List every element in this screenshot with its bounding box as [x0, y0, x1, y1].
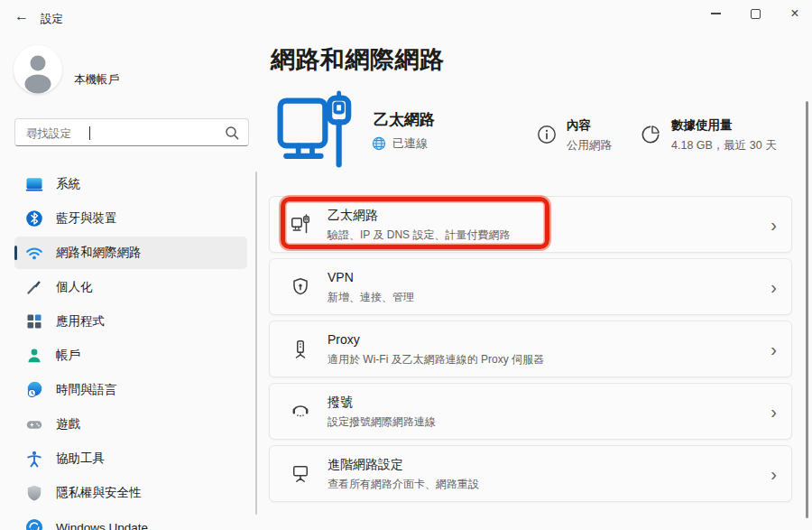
sidebar-item-gaming[interactable]: 遊戲 — [14, 408, 247, 441]
bluetooth-icon — [25, 209, 43, 228]
ethernet-hero-icon — [272, 90, 352, 173]
card-title: 乙太網路 — [328, 208, 378, 224]
maximize-icon — [751, 9, 761, 19]
person-icon — [14, 45, 62, 94]
data-usage-block[interactable]: 數據使用量 4.18 GB，最近 30 天 — [640, 119, 777, 153]
sidebar-item-time-language[interactable]: 時間與語言 — [14, 374, 247, 406]
properties-subtitle: 公用網路 — [567, 138, 612, 153]
advanced-network-icon — [290, 463, 311, 485]
sidebar-item-label: 遊戲 — [56, 416, 80, 432]
chevron-right-icon: › — [770, 463, 777, 484]
card-subtitle: 查看所有網路介面卡、網路重設 — [328, 477, 479, 492]
chevron-right-icon: › — [770, 339, 777, 359]
sidebar-item-label: 帳戶 — [56, 348, 80, 364]
status-text: 已連線 — [392, 135, 428, 152]
card-title: VPN — [328, 270, 354, 284]
card-subtitle: 適用於 Wi-Fi 及乙太網路連線的 Proxy 伺服器 — [328, 352, 544, 367]
close-button[interactable]: × — [775, 0, 812, 27]
sidebar-item-apps[interactable]: 應用程式 — [14, 305, 247, 338]
connection-name: 乙太網路 — [374, 109, 435, 130]
sidebar-item-personalization[interactable]: 個人化 — [14, 271, 247, 303]
brush-icon — [25, 278, 43, 296]
card-ethernet[interactable]: 乙太網路 驗證、IP 及 DNS 設定、計量付費網路 › — [269, 196, 792, 253]
card-title: Proxy — [328, 332, 360, 347]
system-icon — [25, 175, 43, 193]
properties-block[interactable]: 內容 公用網路 — [537, 119, 612, 153]
wifi-icon — [25, 244, 43, 262]
minimize-button[interactable] — [696, 0, 735, 27]
shield-icon — [25, 484, 43, 502]
sidebar-item-label: 時間與語言 — [56, 382, 117, 398]
minimize-icon — [711, 13, 721, 14]
search-input[interactable] — [24, 122, 217, 144]
sidebar-item-system[interactable]: 系統 — [14, 168, 247, 200]
pie-chart-icon — [640, 124, 661, 145]
sidebar-item-network-internet[interactable]: 網路和網際網路 — [14, 237, 247, 269]
dialup-phone-icon — [290, 401, 311, 423]
search-box[interactable] — [14, 118, 249, 146]
apps-grid-icon — [25, 312, 43, 330]
windows-update-icon — [25, 518, 43, 530]
accounts-person-icon — [25, 347, 43, 365]
sidebar-item-label: 藍牙與裝置 — [56, 210, 117, 227]
properties-title: 內容 — [567, 119, 612, 132]
ethernet-icon — [290, 214, 311, 236]
card-subtitle: 新增、連接、管理 — [328, 290, 414, 305]
card-proxy[interactable]: Proxy 適用於 Wi-Fi 及乙太網路連線的 Proxy 伺服器 › — [269, 321, 792, 377]
main-scrollbar[interactable] — [806, 101, 808, 518]
time-language-icon — [25, 381, 43, 399]
globe-icon — [372, 136, 386, 151]
sidebar-item-privacy-security[interactable]: 隱私權與安全性 — [14, 477, 247, 509]
sidebar-item-windows-update[interactable]: Windows Update — [14, 511, 247, 530]
sidebar-item-accessibility[interactable]: 協助工具 — [14, 442, 247, 475]
sidebar-item-accounts[interactable]: 帳戶 — [14, 339, 247, 372]
sidebar-item-label: 個人化 — [56, 279, 93, 295]
back-arrow-icon: ← — [14, 8, 29, 24]
sidebar-item-label: 網路和網際網路 — [56, 245, 142, 261]
chevron-right-icon: › — [770, 214, 777, 235]
page-title: 網路和網際網路 — [271, 43, 445, 76]
sidebar-item-label: Windows Update — [56, 521, 148, 530]
card-dialup[interactable]: 撥號 設定撥號網際網路連線 › — [269, 383, 792, 440]
account-name: 本機帳戶 — [74, 72, 119, 88]
chevron-right-icon: › — [770, 401, 777, 422]
sidebar-scrollbar[interactable] — [255, 172, 257, 515]
settings-window: ← 設定 × 本機帳戶 系統 藍牙與裝置 網路和網際網路 個人化 — [0, 0, 812, 530]
proxy-server-icon — [290, 339, 311, 360]
close-icon: × — [790, 6, 798, 21]
connection-status: 已連線 — [372, 135, 428, 152]
sidebar-item-label: 系統 — [56, 176, 80, 192]
search-icon — [225, 126, 240, 141]
card-title: 撥號 — [328, 395, 353, 411]
account-avatar[interactable] — [14, 45, 62, 94]
sidebar-item-bluetooth-devices[interactable]: 藍牙與裝置 — [14, 202, 247, 235]
sidebar-item-label: 隱私權與安全性 — [56, 485, 142, 501]
card-title: 進階網路設定 — [328, 457, 403, 473]
accessibility-person-icon — [25, 450, 43, 468]
data-usage-subtitle: 4.18 GB，最近 30 天 — [671, 138, 777, 153]
card-vpn[interactable]: VPN 新增、連接、管理 › — [269, 258, 792, 315]
text-caret — [89, 126, 90, 140]
maximize-button[interactable] — [735, 0, 775, 27]
window-title: 設定 — [41, 12, 63, 27]
chevron-right-icon: › — [770, 276, 777, 297]
info-icon — [537, 125, 557, 144]
gamepad-icon — [25, 415, 43, 433]
sidebar-item-label: 協助工具 — [56, 451, 105, 467]
vpn-shield-icon — [290, 276, 311, 298]
selected-indicator — [14, 246, 17, 260]
data-usage-title: 數據使用量 — [671, 119, 777, 132]
card-subtitle: 設定撥號網際網路連線 — [328, 414, 436, 430]
card-advanced-network[interactable]: 進階網路設定 查看所有網路介面卡、網路重設 › — [269, 445, 792, 502]
sidebar-item-label: 應用程式 — [56, 313, 105, 330]
back-button[interactable]: ← — [9, 5, 34, 27]
card-subtitle: 驗證、IP 及 DNS 設定、計量付費網路 — [328, 228, 510, 243]
